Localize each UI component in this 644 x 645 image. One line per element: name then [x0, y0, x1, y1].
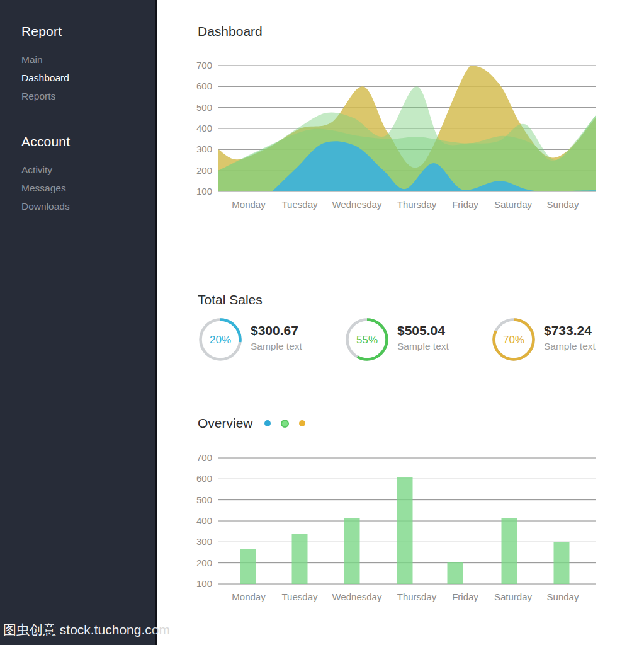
sidebar-item-reports[interactable]: Reports — [21, 87, 155, 105]
x-axis-label: Sunday — [547, 591, 579, 602]
overview-legend — [264, 420, 315, 428]
bar-monday — [240, 549, 256, 584]
total-sales-cards: 20%$300.67Sample text55%$505.04Sample te… — [198, 317, 638, 362]
sidebar-item-downloads[interactable]: Downloads — [21, 197, 155, 215]
total-sales-card: 70%$733.24Sample text — [491, 317, 638, 362]
bar-friday — [448, 562, 463, 584]
percent-label: 70% — [503, 334, 524, 346]
overview-bar-chart: 700600500400300200100MondayTuesdayWednes… — [189, 448, 605, 609]
x-axis-label: Monday — [232, 199, 266, 210]
bar-wednesday — [344, 518, 360, 584]
watermark-text-light: om — [152, 622, 170, 637]
sidebar-heading: Account — [21, 134, 155, 149]
overview-header: Overview — [198, 416, 315, 431]
sidebar-section-report: ReportMainDashboardReports — [21, 24, 155, 105]
sales-subtitle: Sample text — [544, 341, 596, 352]
progress-ring-icon: 55% — [344, 317, 390, 362]
sidebar-section-account: AccountActivityMessagesDownloads — [21, 134, 155, 215]
y-axis-label: 400 — [196, 123, 212, 134]
y-axis-label: 200 — [196, 557, 212, 568]
y-axis-label: 700 — [196, 452, 212, 463]
sales-amount: $505.04 — [397, 322, 449, 339]
watermark: 图虫创意 stock.tuchong.com — [3, 621, 170, 639]
bar-sunday — [554, 542, 570, 584]
sidebar-item-main[interactable]: Main — [21, 50, 155, 69]
y-axis-label: 700 — [196, 60, 212, 71]
x-axis-label: Tuesday — [282, 199, 318, 210]
y-axis-label: 300 — [196, 144, 212, 154]
sidebar-item-activity[interactable]: Activity — [21, 161, 155, 179]
y-axis-label: 100 — [196, 186, 212, 197]
sales-amount: $733.24 — [544, 322, 596, 339]
bar-tuesday — [292, 534, 308, 584]
bar-saturday — [502, 518, 517, 584]
y-axis-label: 500 — [196, 102, 212, 113]
x-axis-label: Wednesday — [332, 199, 382, 210]
card-text: $300.67Sample text — [251, 317, 302, 352]
card-text: $733.24Sample text — [544, 317, 596, 352]
x-axis-label: Saturday — [494, 591, 533, 602]
x-axis-label: Sunday — [547, 199, 579, 210]
page-title: Dashboard — [198, 24, 263, 39]
y-axis-label: 500 — [196, 494, 212, 505]
percent-label: 55% — [356, 334, 378, 346]
main-content: Dashboard 700600500400300200100MondayTue… — [158, 0, 644, 645]
sidebar-heading: Report — [21, 24, 155, 39]
bar-thursday — [397, 477, 413, 584]
total-sales-card: 20%$300.67Sample text — [198, 317, 344, 362]
sales-subtitle: Sample text — [251, 341, 302, 352]
x-axis-label: Tuesday — [282, 591, 318, 602]
legend-blue-dot-icon — [264, 420, 271, 426]
legend-green-dot-icon — [281, 420, 289, 428]
total-sales-title: Total Sales — [198, 292, 263, 307]
sidebar: ReportMainDashboardReportsAccountActivit… — [0, 0, 157, 645]
legend-yellow-dot-icon — [299, 420, 305, 426]
x-axis-label: Thursday — [397, 591, 437, 602]
y-axis-label: 200 — [196, 165, 212, 176]
progress-ring-icon: 20% — [198, 317, 243, 362]
y-axis-label: 400 — [196, 515, 212, 526]
x-axis-label: Thursday — [397, 199, 437, 210]
sidebar-item-messages[interactable]: Messages — [21, 179, 155, 197]
card-text: $505.04Sample text — [397, 317, 449, 352]
y-axis-label: 600 — [196, 81, 212, 91]
x-axis-label: Wednesday — [332, 591, 382, 602]
y-axis-label: 100 — [196, 578, 212, 589]
app-root: ReportMainDashboardReportsAccountActivit… — [0, 0, 644, 645]
watermark-text-dark: 图虫创意 stock.tuchong.c — [3, 622, 152, 637]
sales-subtitle: Sample text — [397, 341, 449, 352]
overview-title: Overview — [198, 416, 253, 431]
x-axis-label: Friday — [452, 591, 478, 602]
sidebar-item-dashboard[interactable]: Dashboard — [21, 69, 155, 87]
weekly-area-chart: 700600500400300200100MondayTuesdayWednes… — [189, 55, 605, 217]
x-axis-label: Saturday — [494, 199, 533, 210]
sales-amount: $300.67 — [251, 322, 302, 339]
percent-label: 20% — [210, 334, 231, 346]
progress-ring-icon: 70% — [491, 317, 536, 362]
y-axis-label: 300 — [196, 536, 212, 547]
x-axis-label: Friday — [452, 199, 478, 210]
total-sales-card: 55%$505.04Sample text — [344, 317, 491, 362]
y-axis-label: 600 — [196, 473, 212, 484]
x-axis-label: Monday — [232, 591, 266, 602]
